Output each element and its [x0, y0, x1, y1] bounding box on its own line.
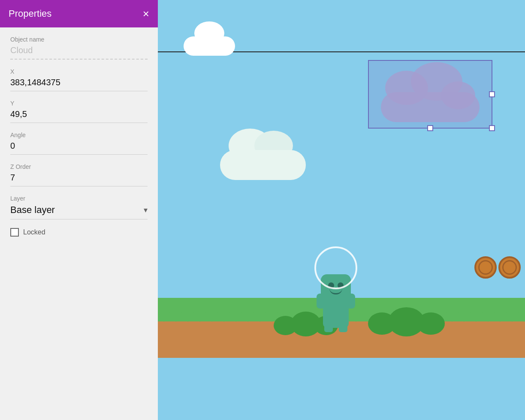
coin-1	[474, 256, 497, 279]
char-halo	[314, 246, 357, 289]
dropdown-arrow-icon: ▾	[144, 205, 148, 215]
selection-handle-rm[interactable]	[489, 91, 495, 97]
spike	[194, 312, 206, 322]
object-name-value[interactable]: Cloud	[10, 45, 148, 60]
y-label: Y	[10, 100, 148, 107]
angle-label: Angle	[10, 132, 148, 138]
selection-handle-br[interactable]	[489, 125, 495, 131]
close-button[interactable]: ×	[143, 8, 149, 19]
layer-label: Layer	[10, 195, 148, 202]
bush-right[interactable]	[368, 307, 445, 336]
angle-field-group: Angle 0	[10, 132, 148, 155]
properties-panel: Properties × Object name Cloud X 383,148…	[0, 0, 158, 420]
selection-box	[368, 60, 492, 129]
spike	[446, 312, 458, 322]
panel-title: Properties	[9, 8, 51, 19]
x-field-group: X 383,1484375	[10, 68, 148, 91]
locked-checkbox[interactable]	[10, 228, 19, 237]
spike	[218, 312, 230, 322]
spike	[494, 312, 506, 322]
panel-header: Properties ×	[0, 0, 158, 27]
coin-2	[498, 256, 521, 279]
spike	[158, 312, 170, 322]
layer-value: Base layer	[10, 204, 55, 216]
z-order-label: Z Order	[10, 163, 148, 170]
object-name-label: Object name	[10, 36, 148, 43]
object-name-group: Object name Cloud	[10, 36, 148, 60]
spike	[518, 312, 525, 322]
locked-label: Locked	[23, 228, 45, 236]
char-leg-left	[324, 324, 333, 332]
angle-value[interactable]: 0	[10, 141, 148, 155]
x-label: X	[10, 68, 148, 75]
bush-right-body	[368, 307, 445, 336]
spike	[506, 312, 518, 322]
spike	[470, 312, 482, 322]
bush-right-bump-2	[388, 307, 425, 336]
y-field-group: Y 49,5	[10, 100, 148, 123]
spike	[458, 312, 470, 322]
x-value[interactable]: 383,1484375	[10, 78, 148, 91]
spike	[206, 312, 218, 322]
cloud-main	[184, 36, 235, 56]
locked-checkbox-row: Locked	[10, 228, 148, 237]
spike	[182, 312, 194, 322]
spike	[254, 312, 266, 322]
layer-dropdown[interactable]: Base layer ▾	[10, 204, 148, 219]
panel-scroll-area[interactable]: Object name Cloud X 383,1484375 Y 49,5 A…	[0, 27, 158, 420]
game-canvas[interactable]	[158, 0, 525, 420]
spike	[170, 312, 182, 322]
z-order-value[interactable]: 7	[10, 173, 148, 186]
z-order-field-group: Z Order 7	[10, 163, 148, 186]
cloud-mid-main	[220, 150, 306, 180]
layer-field-group: Layer Base layer ▾	[10, 195, 148, 219]
coins[interactable]	[474, 256, 521, 279]
character[interactable]	[317, 272, 355, 332]
selection-handle-bm[interactable]	[427, 125, 433, 131]
y-value[interactable]: 49,5	[10, 109, 148, 123]
spike	[482, 312, 494, 322]
spike	[242, 312, 254, 322]
panel-content: Object name Cloud X 383,1484375 Y 49,5 A…	[0, 27, 158, 245]
spike	[230, 312, 242, 322]
char-body	[323, 296, 349, 328]
char-leg-right	[339, 324, 347, 332]
